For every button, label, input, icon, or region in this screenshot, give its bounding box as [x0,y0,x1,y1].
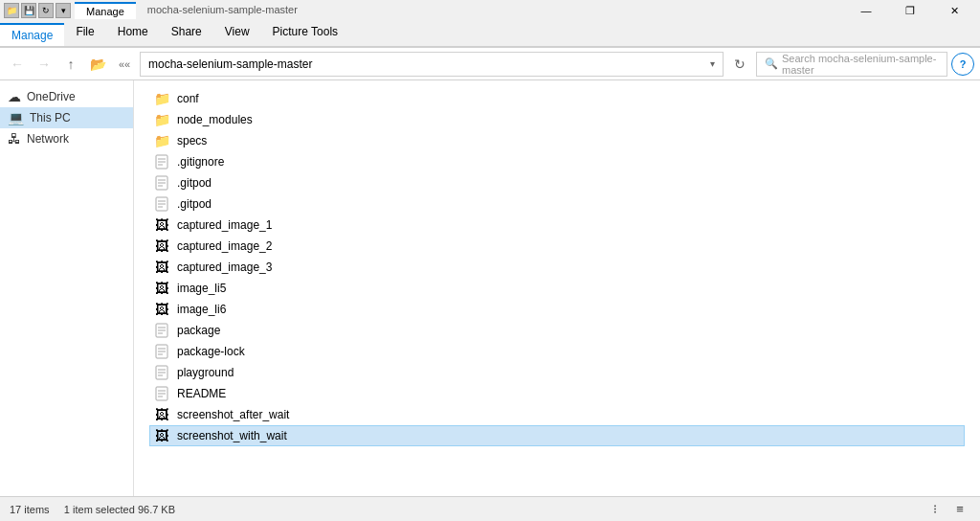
help-button[interactable]: ? [951,53,974,76]
maximize-button[interactable]: ❐ [888,0,932,21]
file-name: node_modules [177,113,253,126]
search-box[interactable]: 🔍 Search mocha-selenium-sample-master [756,52,947,77]
minimize-button[interactable]: — [844,0,888,21]
file-item-.gitpod[interactable]: .gitpod [149,172,965,193]
title-bar-icons: 📁 💾 ↻ ▾ [4,3,71,18]
file-icon: 🖼 [154,260,169,275]
ribbon: Manage File Home Share View Picture Tool… [0,21,980,48]
file-icon [154,365,169,380]
file-name: captured_image_1 [177,218,272,232]
title-bar-left: 📁 💾 ↻ ▾ Manage mocha-selenium-sample-mas… [4,2,309,19]
file-icon [154,344,169,359]
file-icon [154,386,169,401]
title-bar-tabs: Manage mocha-selenium-sample-master [75,2,309,19]
file-item-image_li5[interactable]: 🖼image_li5 [149,278,965,299]
file-name: .gitpod [177,176,212,190]
address-chevron-icon: ▾ [710,58,715,69]
tab-share[interactable]: Share [160,21,213,46]
address-path: mocha-selenium-sample-master [148,57,312,71]
file-icon: 🖼 [154,217,169,233]
file-item-captured_image_1[interactable]: 🖼captured_image_1 [149,215,965,236]
file-list: 📁conf📁node_modules📁specs.gitignore.gitpo… [134,80,980,496]
sidebar-label-onedrive: OneDrive [27,90,76,103]
title-bar: 📁 💾 ↻ ▾ Manage mocha-selenium-sample-mas… [0,0,980,21]
file-item-captured_image_2[interactable]: 🖼captured_image_2 [149,236,965,257]
file-name: captured_image_3 [177,260,272,274]
file-name: image_li6 [177,303,226,316]
main-content: ☁ OneDrive 💻 This PC 🖧 Network 📁conf📁nod… [0,80,980,496]
sidebar-item-this-pc[interactable]: 💻 This PC [0,107,133,128]
list-view-button[interactable]: ≡ [949,501,970,518]
file-item-captured_image_3[interactable]: 🖼captured_image_3 [149,257,965,278]
file-name: captured_image_2 [177,239,272,253]
file-item-screenshot_after_wait[interactable]: 🖼screenshot_after_wait [149,404,965,425]
dropdown-icon[interactable]: ▾ [56,3,71,18]
file-item-node_modules[interactable]: 📁node_modules [149,109,965,130]
sidebar-item-onedrive[interactable]: ☁ OneDrive [0,86,133,107]
ribbon-tabs: Manage File Home Share View Picture Tool… [0,21,980,47]
file-item-screenshot_with_wait[interactable]: 🖼screenshot_with_wait [149,425,965,446]
file-item-package-lock[interactable]: package-lock [149,341,965,362]
window-controls: — ❐ ✕ [844,0,976,21]
file-item-.gitignore[interactable]: .gitignore [149,151,965,172]
file-name: .gitpod [177,197,212,211]
file-name: conf [177,92,199,105]
file-icon: 🖼 [154,302,169,317]
address-bar[interactable]: mocha-selenium-sample-master ▾ [140,52,724,77]
file-icon [154,175,169,191]
close-button[interactable]: ✕ [932,0,976,21]
forward-button[interactable]: → [33,53,56,76]
file-icon [154,196,169,212]
breadcrumb-nav[interactable]: «« [113,53,136,76]
file-name: specs [177,134,207,147]
file-icon: 📁 [154,91,169,106]
file-name: package [177,324,220,337]
refresh-button[interactable]: ↻ [727,52,752,77]
address-area: ← → ↑ 📂 «« mocha-selenium-sample-master … [0,48,980,80]
grid-view-button[interactable]: ⁝ [924,501,946,518]
search-placeholder: Search mocha-selenium-sample-master [782,53,939,76]
save-icon[interactable]: 💾 [21,3,36,18]
tab-manage[interactable]: Manage [0,23,64,46]
sidebar-label-network: Network [27,132,69,146]
title-tab-manage[interactable]: Manage [75,2,136,19]
tab-picture-tools[interactable]: Picture Tools [261,21,349,46]
recent-locations-button[interactable]: 📂 [86,53,109,76]
back-button[interactable]: ← [6,53,29,76]
tab-home[interactable]: Home [106,21,160,46]
tab-view[interactable]: View [213,21,261,46]
view-toggle: ⁝ ≡ [924,501,970,518]
file-icon: 📁 [154,133,169,148]
undo-icon[interactable]: ↻ [38,3,54,18]
file-name: package-lock [177,345,245,358]
file-icon: 🖼 [154,238,169,254]
file-item-playground[interactable]: playground [149,362,965,383]
sidebar-item-network[interactable]: 🖧 Network [0,128,133,149]
file-item-image_li6[interactable]: 🖼image_li6 [149,299,965,320]
file-item-package[interactable]: package [149,320,965,341]
quick-access-icon[interactable]: 📁 [4,3,19,18]
file-item-readme[interactable]: README [149,383,965,404]
tab-file[interactable]: File [64,21,105,46]
file-icon [154,154,169,170]
status-item-count: 17 items 1 item selected 96.7 KB [10,504,175,515]
up-button[interactable]: ↑ [59,53,82,76]
file-icon: 🖼 [154,428,169,443]
file-icon [154,323,169,338]
file-name: screenshot_with_wait [177,429,287,442]
file-icon: 🖼 [154,407,169,422]
file-item-specs[interactable]: 📁specs [149,130,965,151]
file-item-.gitpod[interactable]: .gitpod [149,193,965,215]
file-icon: 🖼 [154,281,169,296]
file-name: playground [177,366,234,379]
file-item-conf[interactable]: 📁conf [149,88,965,109]
sidebar-label-this-pc: This PC [30,111,71,125]
title-tab-folder[interactable]: mocha-selenium-sample-master [136,2,309,19]
status-bar: 17 items 1 item selected 96.7 KB ⁝ ≡ [0,496,980,521]
network-icon: 🖧 [8,131,21,147]
search-icon: 🔍 [765,57,778,70]
file-icon: 📁 [154,112,169,127]
file-name: image_li5 [177,282,226,295]
file-name: screenshot_after_wait [177,408,289,421]
file-name: .gitignore [177,155,224,169]
